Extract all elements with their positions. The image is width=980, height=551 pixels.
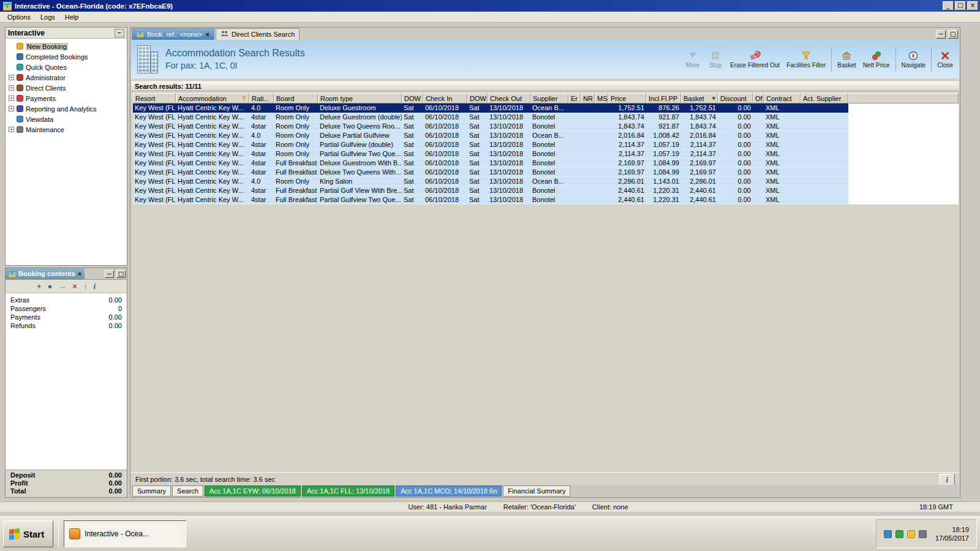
expander-plus-icon[interactable]: + [9, 127, 14, 132]
display-icon[interactable] [907, 530, 915, 538]
table-cell [595, 177, 608, 186]
doc-tab-book-ref-none[interactable]: Book. ref.: <none>× [132, 28, 214, 40]
window-restore-button[interactable]: □ [955, 1, 966, 10]
bottom-tab-acc-1a-1c-eyw-06-10-2018[interactable]: Acc 1A,1C EYW; 06/10/2018 [205, 485, 301, 497]
mdi-minimize-button[interactable]: − [936, 30, 946, 39]
doc-tab-direct-clients-search[interactable]: Direct Clients Search [216, 28, 300, 40]
table-cell: 06/10/2018 [423, 168, 467, 177]
booking-contents-tab[interactable]: Booking contents × [6, 268, 85, 279]
result-row[interactable]: Key West (FL)Hyatt Centric Key W...4.0Ro… [133, 177, 959, 186]
facilities-filter-button[interactable]: Facilities Filter [785, 50, 827, 70]
result-row[interactable]: Key West (FL)Hyatt Centric Key W...4star… [133, 186, 959, 195]
column-header-of[interactable]: Of [753, 93, 764, 103]
sidebar-item-quick-quotes[interactable]: Quick Quotes [6, 62, 127, 72]
column-header-price[interactable]: Price [608, 93, 646, 103]
column-header-board[interactable]: Board [274, 93, 318, 103]
column-header-room-type[interactable]: Room type [318, 93, 402, 103]
toolbar-button-label: Facilities Filter [786, 62, 826, 69]
column-header-act-supplier[interactable]: Act. Supplier [801, 93, 848, 103]
sidebar-item-viewdata[interactable]: Viewdata [6, 114, 127, 124]
move-up-icon[interactable]: ↑ [83, 282, 88, 290]
sidebar-item-administrator[interactable]: +Administrator [6, 72, 127, 83]
column-header-ms[interactable]: MS [595, 93, 608, 103]
erase-filtered-out-button[interactable]: Erase Filtered Out [729, 50, 781, 70]
mdi-restore-button[interactable]: □ [948, 30, 958, 39]
result-row[interactable]: Key West (FL)Hyatt Centric Key W...4.0Ro… [133, 131, 959, 140]
table-cell: 2,114.37 [681, 149, 718, 159]
sidebar-item-payments[interactable]: +Payments [6, 93, 127, 103]
result-row[interactable]: Key West (FL)Hyatt Centric Key W...4star… [133, 140, 959, 149]
sidebar-item-maintenance[interactable]: +Maintenance [6, 124, 127, 135]
filter-funnel-icon[interactable] [241, 96, 247, 101]
result-row[interactable]: Key West (FL)Hyatt Centric Key W...4star… [133, 195, 959, 204]
close-button[interactable]: Close [936, 50, 954, 70]
page-title: Accommodation Search Results [165, 47, 305, 59]
panel-collapse-button[interactable]: − [115, 29, 124, 37]
column-header-incl-fl-pp[interactable]: Incl.Fl.PP [646, 93, 681, 103]
document-area: Book. ref.: <none>×Direct Clients Search… [130, 27, 960, 498]
page-subtitle: For pax: 1A, 1C, 0I [165, 59, 305, 72]
column-header-discount[interactable]: Discount [718, 93, 753, 103]
sidebar-item-new-booking[interactable]: New Booking [6, 41, 127, 51]
column-header-dow[interactable]: DOW [467, 93, 488, 103]
menu-logs[interactable]: Logs [36, 13, 60, 21]
network-icon[interactable] [884, 530, 892, 538]
column-header-contract[interactable]: Contract [764, 93, 801, 103]
more-button[interactable]: More [684, 50, 702, 70]
column-header-check-in[interactable]: Check In [423, 93, 467, 103]
expander-plus-icon[interactable]: + [9, 75, 14, 80]
column-header-nr[interactable]: NR [581, 93, 595, 103]
info-icon[interactable]: i [93, 282, 96, 290]
tab-close-icon[interactable]: × [206, 31, 209, 38]
column-header-rati[interactable]: Rati... [249, 93, 274, 103]
bottom-tab-acc-1a-1c-fll-13-10-2018[interactable]: Acc 1A,1C FLL; 13/10/2018 [302, 485, 394, 497]
sidebar-item-completed-bookings[interactable]: Completed Bookings [6, 51, 127, 62]
volume-icon[interactable] [919, 530, 927, 538]
start-button[interactable]: Start [3, 520, 53, 547]
result-row[interactable]: Key West (FL)Hyatt Centric Key W...4star… [133, 122, 959, 131]
sidebar-item-direct-clients[interactable]: +Direct Clients [6, 83, 127, 93]
column-header-accommodation[interactable]: Accommodation [176, 93, 249, 103]
result-row[interactable]: Key West (FL)Hyatt Centric Key W...4.0Ro… [133, 103, 959, 113]
bottom-tab-financial-summary[interactable]: Financial Summary [503, 485, 570, 497]
column-header-resort[interactable]: Resort [133, 93, 176, 103]
menu-help[interactable]: Help [60, 13, 84, 21]
globe-icon[interactable]: ● [48, 282, 53, 290]
info-button[interactable]: i [939, 474, 955, 485]
taskbar-task-button[interactable]: Interactive - Ocea... [64, 520, 186, 547]
add-icon[interactable]: + [37, 282, 42, 290]
booking-contents-maximize-button[interactable]: □ [116, 270, 126, 278]
delete-icon[interactable]: × [72, 282, 77, 290]
sidebar-item-reporting-and-analytics[interactable]: +Reporting and Analytics [6, 103, 127, 114]
expander-plus-icon[interactable]: + [9, 96, 14, 101]
booking-contents-close-icon[interactable]: × [78, 270, 81, 277]
column-header-label: Supplier [533, 95, 557, 102]
stop-button[interactable]: Stop [706, 50, 725, 70]
result-row[interactable]: Key West (FL)Hyatt Centric Key W...4star… [133, 159, 959, 168]
table-cell: 1,084.99 [646, 168, 681, 177]
result-row[interactable]: Key West (FL)Hyatt Centric Key W...4star… [133, 149, 959, 159]
nett-price-button[interactable]: Nett Price [862, 50, 891, 70]
booking-contents-minimize-button[interactable]: − [105, 270, 114, 278]
result-row[interactable]: Key West (FL)Hyatt Centric Key W...4star… [133, 113, 959, 122]
basket-button[interactable]: Basket [836, 50, 858, 70]
antivirus-icon[interactable] [895, 530, 903, 538]
menu-options[interactable]: Options [2, 13, 36, 21]
window-minimize-button[interactable]: _ [943, 1, 954, 10]
bottom-tab-search[interactable]: Search [172, 485, 203, 497]
expander-plus-icon[interactable]: + [9, 106, 14, 111]
expander-plus-icon[interactable]: + [9, 85, 14, 91]
column-header-dow[interactable]: DOW [402, 93, 423, 103]
menu-bar: OptionsLogsHelp [0, 12, 980, 23]
table-cell-filler [848, 168, 959, 177]
column-header-basket[interactable]: Basket▼ [681, 93, 718, 103]
transfer-icon[interactable]: → [58, 282, 66, 290]
column-header-er[interactable]: Er [568, 93, 581, 103]
bottom-tab-summary[interactable]: Summary [132, 485, 171, 497]
column-header-check-out[interactable]: Check Out [488, 93, 530, 103]
bottom-tab-acc-1a-1c-mco-14-10-2018-6n[interactable]: Acc 1A,1C MCO; 14/10/2018 6n [396, 485, 502, 497]
column-header-supplier[interactable]: Supplier [530, 93, 568, 103]
result-row[interactable]: Key West (FL)Hyatt Centric Key W...4star… [133, 168, 959, 177]
navigate-button[interactable]: Navigate [900, 50, 927, 70]
window-close-button[interactable]: × [967, 1, 978, 10]
